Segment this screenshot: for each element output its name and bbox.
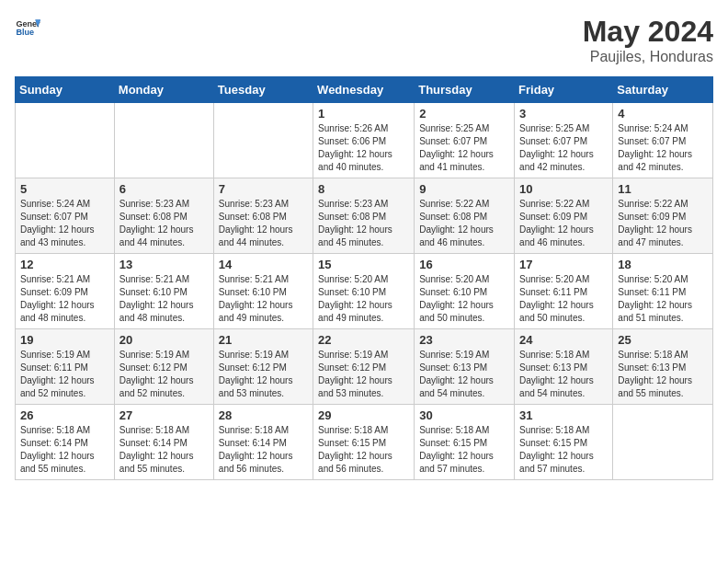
calendar-cell: 22Sunrise: 5:19 AM Sunset: 6:12 PM Dayli… [313,329,415,405]
day-info: Sunrise: 5:22 AM Sunset: 6:08 PM Dayligh… [419,198,509,249]
day-info: Sunrise: 5:25 AM Sunset: 6:07 PM Dayligh… [519,122,608,174]
calendar-cell: 13Sunrise: 5:21 AM Sunset: 6:10 PM Dayli… [114,254,213,329]
calendar-cell: 27Sunrise: 5:18 AM Sunset: 6:14 PM Dayli… [114,405,213,480]
day-info: Sunrise: 5:19 AM Sunset: 6:13 PM Dayligh… [419,349,509,400]
day-info: Sunrise: 5:21 AM Sunset: 6:09 PM Dayligh… [20,273,109,325]
day-number: 26 [20,408,109,422]
calendar-cell: 12Sunrise: 5:21 AM Sunset: 6:09 PM Dayli… [16,254,115,329]
day-number: 18 [618,258,708,271]
location-title: Paujiles, Honduras [583,49,713,65]
weekday-header-friday: Friday [515,77,613,103]
calendar-cell: 23Sunrise: 5:19 AM Sunset: 6:13 PM Dayli… [415,329,515,405]
logo-icon: General Blue [15,15,40,40]
calendar-cell: 31Sunrise: 5:18 AM Sunset: 6:15 PM Dayli… [515,405,613,480]
day-number: 29 [318,408,409,422]
weekday-header-tuesday: Tuesday [213,77,313,103]
day-number: 21 [219,333,308,347]
day-number: 25 [618,333,708,347]
day-number: 15 [318,258,409,271]
calendar-week-1: 1Sunrise: 5:26 AM Sunset: 6:06 PM Daylig… [16,103,713,178]
day-number: 20 [119,333,209,347]
calendar-cell: 29Sunrise: 5:18 AM Sunset: 6:15 PM Dayli… [313,405,415,480]
day-number: 5 [20,182,109,196]
day-info: Sunrise: 5:21 AM Sunset: 6:10 PM Dayligh… [119,273,209,325]
day-number: 9 [419,182,509,196]
calendar-cell: 17Sunrise: 5:20 AM Sunset: 6:11 PM Dayli… [515,254,613,329]
calendar-week-4: 19Sunrise: 5:19 AM Sunset: 6:11 PM Dayli… [16,329,713,405]
calendar-cell: 8Sunrise: 5:23 AM Sunset: 6:08 PM Daylig… [313,178,415,254]
calendar-cell: 28Sunrise: 5:18 AM Sunset: 6:14 PM Dayli… [213,405,313,480]
weekday-header-sunday: Sunday [16,77,115,103]
day-info: Sunrise: 5:19 AM Sunset: 6:12 PM Dayligh… [318,349,409,400]
calendar-cell: 16Sunrise: 5:20 AM Sunset: 6:10 PM Dayli… [415,254,515,329]
calendar-cell: 3Sunrise: 5:25 AM Sunset: 6:07 PM Daylig… [515,103,613,178]
svg-text:Blue: Blue [16,28,34,37]
calendar-table: SundayMondayTuesdayWednesdayThursdayFrid… [15,76,713,480]
day-info: Sunrise: 5:22 AM Sunset: 6:09 PM Dayligh… [618,198,708,249]
day-info: Sunrise: 5:18 AM Sunset: 6:14 PM Dayligh… [119,424,209,476]
weekday-header-thursday: Thursday [415,77,515,103]
weekday-header-saturday: Saturday [613,77,713,103]
day-info: Sunrise: 5:18 AM Sunset: 6:15 PM Dayligh… [519,424,608,476]
day-number: 22 [318,333,409,347]
calendar-cell: 11Sunrise: 5:22 AM Sunset: 6:09 PM Dayli… [613,178,713,254]
day-info: Sunrise: 5:18 AM Sunset: 6:13 PM Dayligh… [519,349,608,400]
calendar-cell: 7Sunrise: 5:23 AM Sunset: 6:08 PM Daylig… [213,178,313,254]
calendar-cell: 1Sunrise: 5:26 AM Sunset: 6:06 PM Daylig… [313,103,415,178]
calendar-week-5: 26Sunrise: 5:18 AM Sunset: 6:14 PM Dayli… [16,405,713,480]
day-info: Sunrise: 5:24 AM Sunset: 6:07 PM Dayligh… [20,198,109,249]
day-info: Sunrise: 5:26 AM Sunset: 6:06 PM Dayligh… [318,122,409,174]
day-number: 28 [219,408,308,422]
day-number: 31 [519,408,608,422]
calendar-cell: 26Sunrise: 5:18 AM Sunset: 6:14 PM Dayli… [16,405,115,480]
day-info: Sunrise: 5:20 AM Sunset: 6:10 PM Dayligh… [419,273,509,325]
calendar-cell: 30Sunrise: 5:18 AM Sunset: 6:15 PM Dayli… [415,405,515,480]
day-info: Sunrise: 5:21 AM Sunset: 6:10 PM Dayligh… [219,273,308,325]
day-info: Sunrise: 5:18 AM Sunset: 6:15 PM Dayligh… [318,424,409,476]
logo: General Blue [15,15,40,40]
weekday-header-monday: Monday [114,77,213,103]
day-number: 27 [119,408,209,422]
day-number: 14 [219,258,308,271]
day-info: Sunrise: 5:18 AM Sunset: 6:14 PM Dayligh… [20,424,109,476]
calendar-cell: 4Sunrise: 5:24 AM Sunset: 6:07 PM Daylig… [613,103,713,178]
day-number: 10 [519,182,608,196]
day-info: Sunrise: 5:20 AM Sunset: 6:10 PM Dayligh… [318,273,409,325]
day-info: Sunrise: 5:24 AM Sunset: 6:07 PM Dayligh… [618,122,708,174]
day-number: 3 [519,107,608,121]
day-number: 4 [618,107,708,121]
calendar-cell [114,103,213,178]
day-info: Sunrise: 5:19 AM Sunset: 6:12 PM Dayligh… [219,349,308,400]
day-number: 8 [318,182,409,196]
calendar-cell: 24Sunrise: 5:18 AM Sunset: 6:13 PM Dayli… [515,329,613,405]
day-number: 6 [119,182,209,196]
calendar-week-2: 5Sunrise: 5:24 AM Sunset: 6:07 PM Daylig… [16,178,713,254]
calendar-cell [613,405,713,480]
day-info: Sunrise: 5:22 AM Sunset: 6:09 PM Dayligh… [519,198,608,249]
title-block: May 2024 Paujiles, Honduras [583,15,713,65]
day-info: Sunrise: 5:23 AM Sunset: 6:08 PM Dayligh… [119,198,209,249]
day-info: Sunrise: 5:19 AM Sunset: 6:11 PM Dayligh… [20,349,109,400]
day-number: 16 [419,258,509,271]
calendar-cell: 19Sunrise: 5:19 AM Sunset: 6:11 PM Dayli… [16,329,115,405]
day-info: Sunrise: 5:19 AM Sunset: 6:12 PM Dayligh… [119,349,209,400]
calendar-cell [16,103,115,178]
day-info: Sunrise: 5:18 AM Sunset: 6:15 PM Dayligh… [419,424,509,476]
day-number: 2 [419,107,509,121]
calendar-cell: 18Sunrise: 5:20 AM Sunset: 6:11 PM Dayli… [613,254,713,329]
calendar-cell: 20Sunrise: 5:19 AM Sunset: 6:12 PM Dayli… [114,329,213,405]
day-number: 17 [519,258,608,271]
calendar-cell: 9Sunrise: 5:22 AM Sunset: 6:08 PM Daylig… [415,178,515,254]
day-number: 12 [20,258,109,271]
calendar-cell: 14Sunrise: 5:21 AM Sunset: 6:10 PM Dayli… [213,254,313,329]
calendar-cell: 21Sunrise: 5:19 AM Sunset: 6:12 PM Dayli… [213,329,313,405]
day-number: 19 [20,333,109,347]
calendar-week-3: 12Sunrise: 5:21 AM Sunset: 6:09 PM Dayli… [16,254,713,329]
day-number: 30 [419,408,509,422]
day-info: Sunrise: 5:23 AM Sunset: 6:08 PM Dayligh… [219,198,308,249]
calendar-cell: 6Sunrise: 5:23 AM Sunset: 6:08 PM Daylig… [114,178,213,254]
calendar-cell: 5Sunrise: 5:24 AM Sunset: 6:07 PM Daylig… [16,178,115,254]
day-info: Sunrise: 5:20 AM Sunset: 6:11 PM Dayligh… [519,273,608,325]
month-title: May 2024 [583,15,713,49]
day-number: 24 [519,333,608,347]
